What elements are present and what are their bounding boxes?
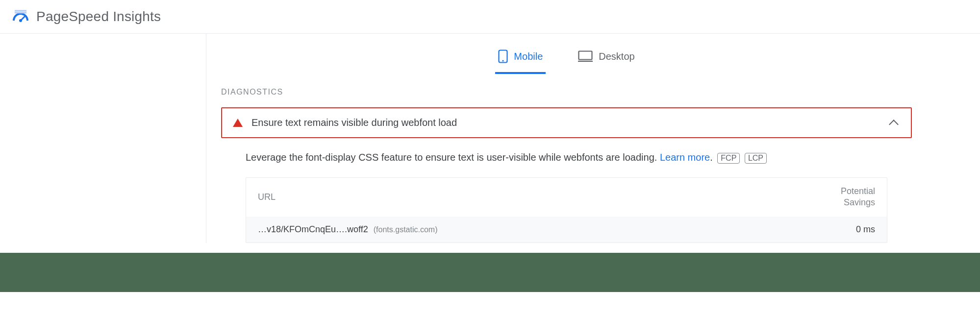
- resources-table: URL Potential Savings …v18/KFOmCnqEu….wo…: [246, 177, 887, 243]
- tab-desktop-label: Desktop: [599, 51, 634, 62]
- tab-mobile-label: Mobile: [514, 51, 543, 62]
- audit-description: Leverage the font-display CSS feature to…: [221, 152, 912, 164]
- svg-point-3: [503, 60, 504, 61]
- warning-triangle-icon: [233, 119, 243, 127]
- audit-period: .: [710, 152, 713, 163]
- app-header: PageSpeed Insights: [0, 0, 980, 34]
- col-url: URL: [258, 192, 276, 202]
- svg-line-1: [21, 17, 25, 21]
- pagespeed-logo-icon: [12, 8, 29, 25]
- svg-rect-4: [579, 51, 592, 60]
- table-header: URL Potential Savings: [246, 178, 887, 217]
- cell-savings: 0 ms: [856, 224, 875, 235]
- device-tabs: Mobile Desktop: [206, 34, 927, 74]
- metric-badge-fcp: FCP: [717, 153, 740, 164]
- audit-row[interactable]: Ensure text remains visible during webfo…: [221, 107, 912, 138]
- desktop-icon: [578, 50, 593, 62]
- chevron-up-icon: [889, 120, 899, 129]
- report-panel: Mobile Desktop DIAGNOSTICS Ensure text r…: [206, 34, 927, 243]
- footer-band: [0, 253, 980, 292]
- diagnostics-section: DIAGNOSTICS Ensure text remains visible …: [206, 74, 927, 243]
- logo[interactable]: PageSpeed Insights: [12, 8, 161, 25]
- tab-desktop[interactable]: Desktop: [575, 46, 637, 74]
- cell-url: …v18/KFOmCnqEu….woff2 (fonts.gstatic.com…: [258, 224, 437, 235]
- audit-title: Ensure text remains visible during webfo…: [251, 117, 881, 128]
- mobile-icon: [498, 49, 508, 63]
- learn-more-link[interactable]: Learn more: [660, 152, 710, 163]
- section-title: DIAGNOSTICS: [221, 88, 912, 97]
- app-title: PageSpeed Insights: [36, 9, 161, 24]
- cell-url-origin: (fonts.gstatic.com): [374, 225, 438, 234]
- audit-description-text: Leverage the font-display CSS feature to…: [246, 152, 660, 163]
- tab-mobile[interactable]: Mobile: [495, 46, 546, 74]
- metric-badge-lcp: LCP: [745, 153, 767, 164]
- col-savings: Potential Savings: [841, 186, 875, 209]
- table-row: …v18/KFOmCnqEu….woff2 (fonts.gstatic.com…: [246, 217, 887, 243]
